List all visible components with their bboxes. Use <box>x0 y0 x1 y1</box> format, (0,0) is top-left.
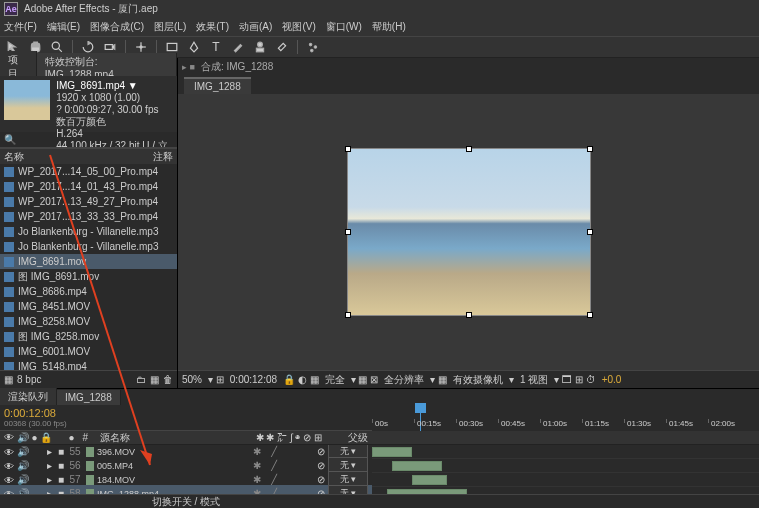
handle-icon[interactable] <box>345 229 351 235</box>
parent-link-icon[interactable]: ⊘ <box>317 474 325 485</box>
app-icon: Ae <box>4 2 18 16</box>
handle-icon[interactable] <box>587 146 593 152</box>
time-ruler[interactable]: 00s00:15s00:30s00:45s01:00s01:15s01:30s0… <box>372 405 759 431</box>
project-item[interactable]: Jo Blankenburg - Villanelle.mp3 <box>0 224 177 239</box>
handle-icon[interactable] <box>587 312 593 318</box>
layer-name[interactable]: 184.MOV <box>97 475 247 485</box>
menu-layer[interactable]: 图层(L) <box>154 20 186 34</box>
speaker-icon[interactable]: 🔊 <box>17 446 29 457</box>
project-item[interactable]: IMG_5148.mp4 <box>0 359 177 370</box>
col-name[interactable]: 名称 <box>4 150 24 164</box>
menu-file[interactable]: 文件(F) <box>4 20 37 34</box>
solo-icon[interactable]: ■ <box>58 446 64 457</box>
brush-tool-icon[interactable] <box>229 38 247 56</box>
eye-icon[interactable]: 👁 <box>4 447 14 457</box>
clip[interactable] <box>412 475 447 485</box>
clip[interactable] <box>372 447 412 457</box>
layer-track[interactable] <box>372 487 759 494</box>
solo-icon[interactable]: ■ <box>58 474 64 485</box>
color-swatch[interactable] <box>86 475 94 485</box>
new-comp-icon[interactable]: ▦ <box>150 374 159 385</box>
layer-track[interactable] <box>372 473 759 487</box>
menu-help[interactable]: 帮助(H) <box>372 20 406 34</box>
puppet-tool-icon[interactable] <box>304 38 322 56</box>
eye-icon[interactable]: 👁 <box>4 461 14 471</box>
col-type[interactable]: 注释 <box>153 150 173 164</box>
toggle-switches[interactable]: 切换开关 / 模式 <box>152 495 220 509</box>
clip[interactable] <box>392 461 442 471</box>
file-name: 图 IMG_8691.mov <box>18 270 99 284</box>
menu-window[interactable]: 窗口(W) <box>326 20 362 34</box>
parent-dropdown[interactable]: 无 ▾ <box>328 485 368 494</box>
file-icon <box>4 182 14 192</box>
project-item[interactable]: WP_2017...13_49_27_Pro.mp4 <box>0 194 177 209</box>
trash-icon[interactable]: 🗑 <box>163 374 173 385</box>
project-item[interactable]: IMG_6001.MOV <box>0 344 177 359</box>
search-icon[interactable]: 🔍 <box>4 134 16 145</box>
interpret-icon[interactable]: ▦ <box>4 374 13 385</box>
speaker-icon[interactable]: 🔊 <box>17 474 29 485</box>
layer-list[interactable]: 👁🔊▸■55396.MOV✱╱⊘无 ▾👁🔊▸■56005.MP4✱╱⊘无 ▾👁🔊… <box>0 445 759 494</box>
project-item[interactable]: WP_2017...13_33_33_Pro.mp4 <box>0 209 177 224</box>
handle-icon[interactable] <box>345 146 351 152</box>
menu-animation[interactable]: 动画(A) <box>239 20 272 34</box>
project-item[interactable]: IMG_8258.MOV <box>0 314 177 329</box>
folder-icon[interactable]: 🗀 <box>136 374 146 385</box>
ruler-tick: 01:30s <box>624 419 651 423</box>
eye-icon[interactable]: 👁 <box>4 475 14 485</box>
layer-row[interactable]: 👁🔊▸■58IMG_1288.mp4✱╱⊘无 ▾ <box>0 485 372 494</box>
project-list[interactable]: WP_2017...14_05_00_Pro.mp4WP_2017...14_0… <box>0 164 177 370</box>
menu-edit[interactable]: 编辑(E) <box>47 20 80 34</box>
tab-render[interactable]: 渲染队列 <box>0 388 57 406</box>
tab-comp-timeline[interactable]: IMG_1288 <box>57 390 121 405</box>
viewer[interactable] <box>178 94 759 370</box>
zoom-level[interactable]: 50% <box>182 374 202 385</box>
menu-composition[interactable]: 图像合成(C) <box>90 20 144 34</box>
speaker-icon[interactable]: 🔊 <box>17 460 29 471</box>
text-tool-icon[interactable]: T <box>207 38 225 56</box>
timeline-timecode[interactable]: 0:00:12:08 <box>4 407 368 419</box>
playhead-icon[interactable] <box>415 403 426 413</box>
project-item[interactable]: WP_2017...14_05_00_Pro.mp4 <box>0 164 177 179</box>
handle-icon[interactable] <box>466 312 472 318</box>
project-item[interactable]: 图 IMG_8691.mov <box>0 269 177 284</box>
menu-effect[interactable]: 效果(T) <box>196 20 229 34</box>
col-source[interactable]: 源名称 <box>100 431 130 445</box>
project-item[interactable]: IMG_8451.MOV <box>0 299 177 314</box>
clip[interactable] <box>387 489 467 494</box>
layer-name[interactable]: 396.MOV <box>97 447 247 457</box>
parent-link-icon[interactable]: ⊘ <box>317 460 325 471</box>
res-full[interactable]: 全分辨率 <box>384 373 424 387</box>
layer-name[interactable]: 005.MP4 <box>97 461 247 471</box>
file-icon <box>4 227 14 237</box>
canvas[interactable] <box>347 148 591 316</box>
stamp-tool-icon[interactable] <box>251 38 269 56</box>
handle-icon[interactable] <box>466 146 472 152</box>
comp-tab[interactable]: IMG_1288 <box>184 77 251 94</box>
parent-link-icon[interactable]: ⊘ <box>317 446 325 457</box>
project-item[interactable]: 图 IMG_8258.mov <box>0 329 177 344</box>
project-item[interactable]: WP_2017...14_01_43_Pro.mp4 <box>0 179 177 194</box>
solo-icon[interactable]: ■ <box>58 460 64 471</box>
layer-track[interactable] <box>372 445 759 459</box>
handle-icon[interactable] <box>345 312 351 318</box>
layer-track[interactable] <box>372 459 759 473</box>
exposure[interactable]: +0.0 <box>602 374 622 385</box>
col-parent[interactable]: 父级 <box>348 431 368 445</box>
color-swatch[interactable] <box>86 461 94 471</box>
pen-tool-icon[interactable] <box>185 38 203 56</box>
project-item[interactable]: Jo Blankenburg - Villanelle.mp3 <box>0 239 177 254</box>
viewer-timecode[interactable]: 0:00:12:08 <box>230 374 277 385</box>
eraser-tool-icon[interactable] <box>273 38 291 56</box>
color-swatch[interactable] <box>86 447 94 457</box>
view-count[interactable]: 1 视图 <box>520 373 548 387</box>
handle-icon[interactable] <box>587 229 593 235</box>
menu-view[interactable]: 视图(V) <box>282 20 315 34</box>
menubar: 文件(F) 编辑(E) 图像合成(C) 图层(L) 效果(T) 动画(A) 视图… <box>0 18 759 36</box>
bpc-toggle[interactable]: 8 bpc <box>17 374 41 385</box>
camera-sel[interactable]: 有效摄像机 <box>453 373 503 387</box>
project-item[interactable]: IMG_8691.mov <box>0 254 177 269</box>
svg-point-7 <box>258 42 263 47</box>
res-mode[interactable]: 完全 <box>325 373 345 387</box>
project-item[interactable]: IMG_8686.mp4 <box>0 284 177 299</box>
